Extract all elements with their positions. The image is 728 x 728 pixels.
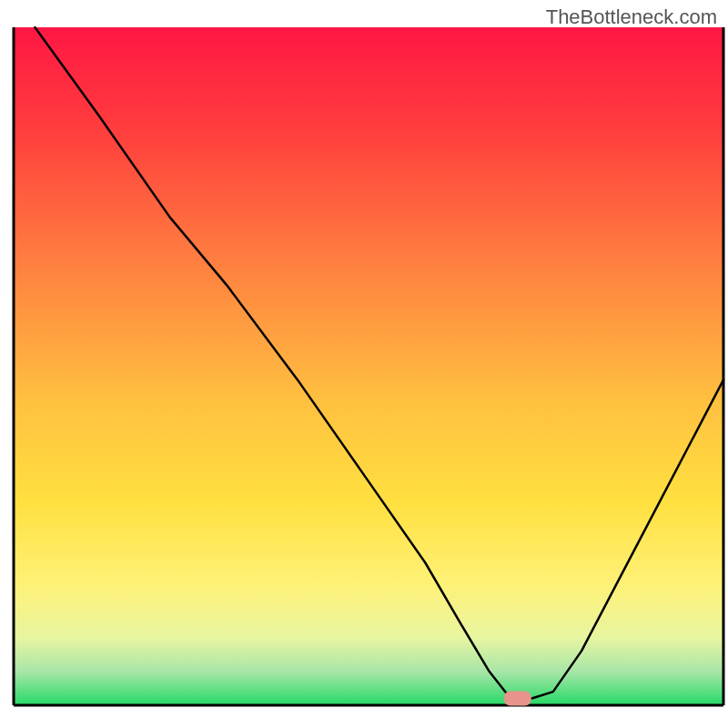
- chart-svg: [0, 0, 728, 728]
- chart-container: TheBottleneck.com: [0, 0, 728, 728]
- chart-background: [14, 27, 723, 705]
- minimum-marker: [504, 692, 531, 706]
- watermark-text: TheBottleneck.com: [546, 5, 717, 29]
